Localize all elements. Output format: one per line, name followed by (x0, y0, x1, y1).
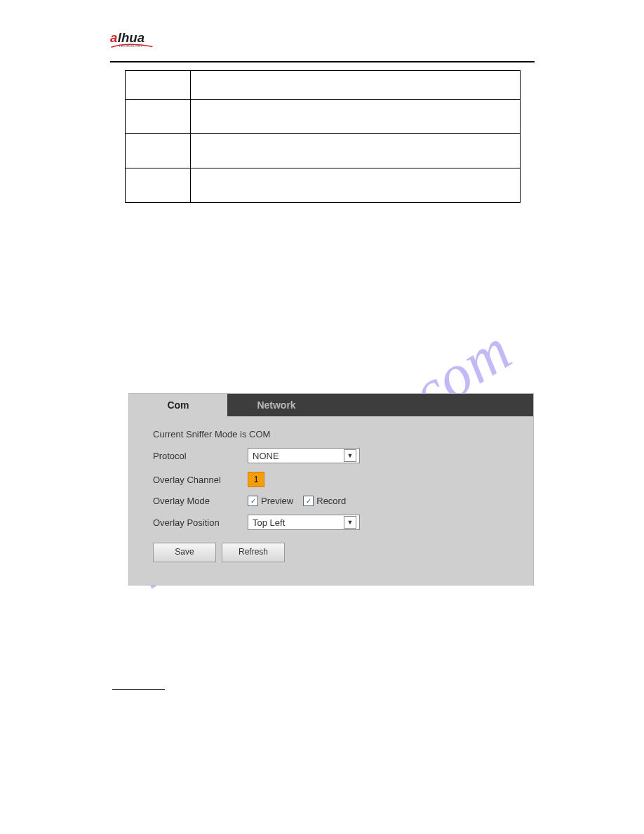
chevron-down-icon: ▼ (344, 449, 356, 462)
protocol-value: NONE (253, 451, 279, 461)
label-overlay-mode: Overlay Mode (153, 496, 248, 506)
check-icon: ✓ (303, 496, 314, 506)
pos-config-panel: Com Network Current Sniffer Mode is COM … (128, 393, 534, 585)
checkbox-record-label: Record (316, 496, 346, 506)
save-button[interactable]: Save (153, 543, 216, 562)
brand-logo: a lhua TECHNOLOGY (110, 29, 175, 52)
checkbox-preview-label: Preview (261, 496, 293, 506)
chevron-down-icon: ▼ (344, 516, 356, 529)
svg-text:a: a (110, 30, 117, 45)
section-divider (112, 689, 165, 690)
overlay-position-select[interactable]: Top Left ▼ (248, 515, 360, 530)
label-overlay-channel: Overlay Channel (153, 475, 248, 485)
check-icon: ✓ (248, 496, 258, 506)
label-overlay-position: Overlay Position (153, 517, 248, 528)
param-table (125, 70, 521, 203)
protocol-select[interactable]: NONE ▼ (248, 448, 360, 463)
checkbox-preview[interactable]: ✓ Preview (248, 496, 293, 506)
overlay-channel-button[interactable]: 1 (248, 472, 264, 487)
svg-text:lhua: lhua (118, 30, 145, 45)
overlay-position-value: Top Left (253, 517, 285, 528)
checkbox-record[interactable]: ✓ Record (303, 496, 346, 506)
tab-network[interactable]: Network (227, 394, 326, 416)
header-divider (110, 61, 535, 62)
tab-com[interactable]: Com (129, 394, 227, 416)
refresh-button[interactable]: Refresh (222, 543, 285, 562)
label-protocol: Protocol (153, 451, 248, 461)
sniffer-mode-text: Current Sniffer Mode is COM (153, 429, 270, 439)
tab-bar: Com Network (129, 394, 533, 416)
